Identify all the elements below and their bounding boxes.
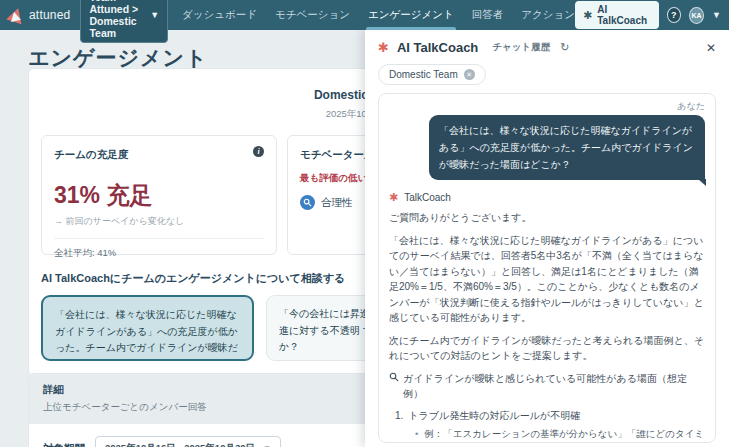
suggestion-card-selected[interactable]: 「会社には、様々な状況に応じた明確なガイドラインがある」への充足度が低かった。チ…: [41, 295, 254, 361]
ai-talkcoach-button-label: AI TalkCoach: [597, 4, 650, 26]
close-icon[interactable]: ✕: [706, 41, 716, 55]
team-filter-chip-label: Domestic Team: [389, 69, 458, 80]
assistant-paragraph-text: ガイドラインが曖昧と感じられている可能性がある場面（想定例）: [403, 371, 705, 402]
nav-item-motivation[interactable]: モチベーション: [275, 0, 350, 30]
nav-item-engagement[interactable]: エンゲージメント: [368, 0, 454, 30]
fulfillment-title: チームの充足度: [54, 148, 264, 162]
period-select[interactable]: 2025年10月16日 - 2025年10月30日 ▼: [95, 436, 281, 447]
scenario-list: 1. トラブル発生時の対応ルールが不明確 •例：「エスカレーションの基準が分から…: [389, 408, 705, 444]
panel-header: ✱ AI TalkCoach チャット履歴 ↻ ✕: [378, 40, 716, 55]
magnifier-icon: [389, 371, 399, 382]
avatar[interactable]: KA: [689, 7, 704, 24]
gear-icon: ✱: [583, 10, 592, 21]
nav-right: ✱ AI TalkCoach ? KA ▼: [575, 1, 721, 29]
team-selector[interactable]: Team Attuned > Domestic Team ▼: [80, 0, 168, 43]
list-item: 1. トラブル発生時の対応ルールが不明確: [389, 408, 705, 423]
conversation-container: あなた 「会社には、様々な状況に応じた明確なガイドラインがある」への充足度が低か…: [378, 93, 716, 443]
team-filter-chip[interactable]: Domestic Team ✕: [378, 64, 486, 85]
assistant-paragraph: ガイドラインが曖昧と感じられている可能性がある場面（想定例）: [389, 371, 705, 402]
team-selector-label: Team Attuned > Domestic Team: [89, 0, 144, 39]
assistant-paragraph: 「会社には、様々な状況に応じた明確なガイドラインがある」についてのサーベイ結果で…: [389, 233, 705, 326]
talkcoach-flower-icon: ✱: [378, 41, 389, 54]
ai-talkcoach-button[interactable]: ✱ AI TalkCoach: [575, 1, 659, 29]
brand-name: attuned: [29, 8, 70, 22]
sub-list-item: •例：「エスカレーションの基準が分からない」「誰にどのタイミングで報告すべきか迷…: [389, 427, 705, 444]
fulfillment-value: 31% 充足: [54, 180, 264, 211]
fulfillment-card: チームの充足度 i 31% 充足 → 前回のサーベイから変化なし 全社平均: 4…: [41, 135, 277, 255]
fulfillment-change: → 前回のサーベイから変化なし: [54, 215, 264, 228]
top-navbar: attuned Team Attuned > Domestic Team ▼ ダ…: [0, 0, 729, 30]
ai-talkcoach-panel: ✱ AI TalkCoach チャット履歴 ↻ ✕ Domestic Team …: [365, 30, 729, 447]
info-icon[interactable]: i: [253, 146, 264, 157]
assistant-row: ✱ TalkCoach: [389, 192, 705, 203]
chat-history-link[interactable]: チャット履歴: [492, 41, 550, 54]
assistant-paragraph: 次にチーム内でガイドラインが曖昧だったと考えられる場面例と、それについての対話の…: [389, 333, 705, 364]
remove-chip-icon[interactable]: ✕: [464, 69, 475, 80]
user-message-bubble: 「会社には、様々な状況に応じた明確なガイドラインがある」への充足度が低かった。チ…: [429, 115, 705, 180]
nav-item-actions[interactable]: アクション: [521, 0, 575, 30]
talkcoach-flower-icon: ✱: [389, 192, 398, 203]
list-item-title: トラブル発生時の対応ルールが不明確: [408, 408, 580, 423]
attuned-logo-icon: [8, 7, 24, 23]
refresh-icon[interactable]: ↻: [560, 41, 569, 54]
period-select-value: 2025年10月16日 - 2025年10月30日: [105, 442, 255, 447]
assistant-paragraph: ご質問ありがとうございます。: [389, 210, 705, 226]
account-chevron-down-icon[interactable]: ▼: [712, 10, 721, 20]
magnifier-icon: [300, 195, 315, 210]
period-label: 対象期間: [43, 442, 85, 447]
brand[interactable]: attuned: [8, 7, 70, 23]
assistant-name: TalkCoach: [404, 192, 451, 203]
company-average: 全社平均: 41%: [54, 238, 264, 260]
panel-title: AI TalkCoach: [397, 40, 478, 55]
nav-item-dashboard[interactable]: ダッシュボード: [182, 0, 257, 30]
nav-links: ダッシュボード モチベーション エンゲージメント 回答者 アクション: [182, 0, 575, 30]
user-label: あなた: [389, 100, 705, 113]
help-button[interactable]: ?: [667, 7, 681, 23]
sub-list: •例：「エスカレーションの基準が分からない」「誰にどのタイミングで報告すべきか迷…: [389, 427, 705, 444]
nav-item-respondents[interactable]: 回答者: [472, 0, 504, 30]
list-number: 1.: [395, 408, 403, 423]
chevron-down-icon: ▼: [150, 10, 159, 20]
motivator-name: 合理性: [321, 196, 353, 210]
